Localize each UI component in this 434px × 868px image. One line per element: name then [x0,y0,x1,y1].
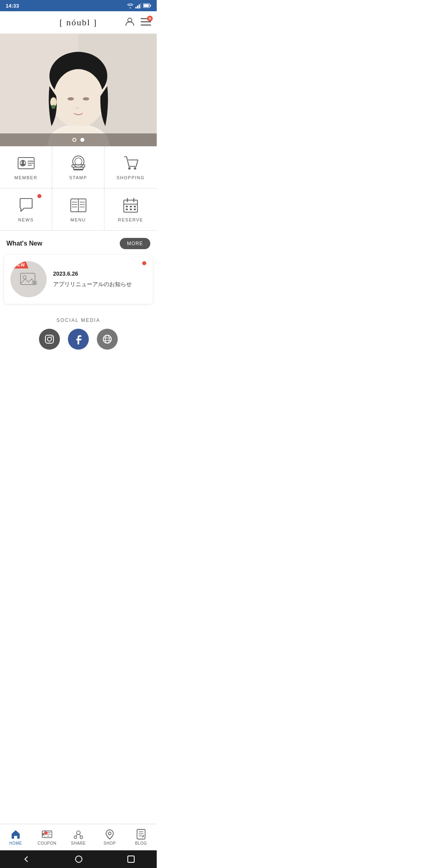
news-thumbnail: NEW [10,261,47,297]
stamp-label: STAMP [69,175,87,180]
instagram-button[interactable] [39,329,60,350]
stamp-icon [70,154,87,172]
carousel-dots [0,133,157,146]
new-badge: NEW [10,261,29,268]
svg-rect-48 [130,206,132,207]
instagram-icon [44,334,55,344]
svg-point-54 [23,276,26,279]
globe-icon [102,334,113,344]
calendar-icon [123,197,139,213]
id-card-icon [17,156,35,170]
news-card[interactable]: NEW 2023.6.26 アプリリニューアルのお知らせ [4,255,153,304]
svg-point-60 [103,335,111,343]
svg-rect-0 [135,7,137,8]
signal-icon [135,3,141,8]
svg-rect-3 [140,3,141,8]
news-unread-dot [142,261,146,265]
svg-rect-2 [139,4,140,8]
svg-point-31 [75,158,82,165]
svg-rect-1 [137,6,138,8]
header-actions: N [125,16,151,28]
website-button[interactable] [97,329,118,350]
chat-icon [18,198,34,213]
notification-badge: N [147,16,153,21]
member-label: MEMBER [14,175,37,180]
social-section: SOCIAL MEDIA [0,311,157,354]
svg-rect-47 [126,206,128,207]
svg-point-18 [68,97,74,100]
svg-point-17 [53,69,103,127]
svg-point-61 [105,335,109,343]
svg-rect-52 [134,209,136,210]
news-date: 2023.6.26 [53,270,146,277]
news-text: アプリリニューアルのお知らせ [53,280,146,289]
carousel-dot-2[interactable] [80,138,84,142]
grid-item-shopping[interactable]: SHOPPING [104,146,157,188]
book-icon [70,198,87,213]
svg-point-21 [51,105,55,109]
svg-point-34 [134,167,136,170]
menu-icon [70,197,87,214]
facebook-icon [74,334,83,344]
grid-item-news[interactable]: NEWS [0,188,52,230]
hero-illustration [0,34,157,146]
hero-image [0,34,157,146]
svg-rect-51 [130,209,132,210]
svg-rect-49 [134,206,136,207]
news-icon [17,197,35,214]
svg-rect-5 [150,5,151,7]
status-bar: 14:33 [0,0,157,11]
more-button[interactable]: MORE [120,238,150,249]
news-notification-dot [37,194,41,198]
social-icons-row [0,329,157,350]
facebook-button[interactable] [68,329,89,350]
reserve-label: RESERVE [118,217,143,222]
grid-item-stamp[interactable]: STAMP [52,146,104,188]
svg-point-59 [51,336,53,338]
cart-icon [123,155,139,171]
hero-banner [0,34,157,146]
news-content: 2023.6.26 アプリリニューアルのお知らせ [53,270,146,289]
stamp-svg-icon [70,154,86,172]
svg-rect-32 [74,169,83,170]
grid-item-reserve[interactable]: RESERVE [104,188,157,230]
shopping-icon [122,154,139,172]
svg-point-33 [128,167,131,170]
grid-item-menu[interactable]: MENU [52,188,104,230]
reserve-icon [122,197,139,214]
svg-rect-9 [141,21,151,23]
status-icons [127,3,151,8]
svg-rect-50 [126,209,128,210]
grid-item-member[interactable]: MEMBER [0,146,52,188]
wifi-icon [127,3,133,8]
image-placeholder-icon [20,272,37,287]
app-logo: [ nóubl ] [59,17,97,28]
menu-label: MENU [70,217,86,222]
svg-point-19 [83,97,89,100]
member-icon [17,154,35,172]
social-title: SOCIAL MEDIA [0,317,157,323]
profile-button[interactable] [125,16,135,28]
person-icon [125,16,135,27]
svg-point-27 [22,161,24,163]
whats-new-title: What's New [6,240,42,247]
shopping-label: SHOPPING [117,175,145,180]
svg-point-30 [73,156,84,167]
carousel-dot-1[interactable] [72,138,76,142]
status-time: 14:33 [6,3,19,9]
svg-rect-6 [144,4,149,7]
whats-new-section: What's New MORE [0,231,157,255]
svg-rect-10 [141,25,151,26]
svg-point-58 [47,337,51,341]
menu-button[interactable]: N [141,17,151,27]
battery-icon [143,3,151,8]
grid-menu: MEMBER STAMP SHOPPING [0,146,157,231]
app-header: [ nóubl ] N [0,11,157,34]
news-label: NEWS [18,217,34,222]
